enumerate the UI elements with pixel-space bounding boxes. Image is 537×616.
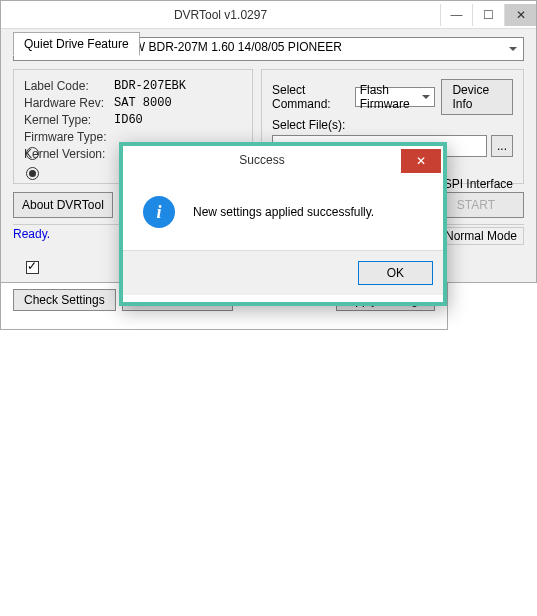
- main-titlebar: DVRTool v1.0297 — ☐ ✕: [1, 1, 536, 29]
- mode-text: Normal Mode: [438, 227, 524, 245]
- maximize-icon[interactable]: ☐: [472, 4, 504, 26]
- window-title: DVRTool v1.0297: [1, 8, 440, 22]
- label-code-value: BDR-207EBK: [114, 79, 186, 93]
- tab-quiet-drive[interactable]: Quiet Drive Feature: [13, 32, 140, 56]
- kernel-type-label: Kernel Type:: [24, 113, 114, 127]
- select-cmd-label: Select Command:: [272, 83, 351, 111]
- command-select[interactable]: Flash Firmware: [355, 87, 435, 107]
- close-icon[interactable]: ✕: [504, 4, 536, 26]
- label-code-label: Label Code:: [24, 79, 114, 93]
- browse-button[interactable]: ...: [491, 135, 513, 157]
- success-dialog: Success ✕ i New settings applied success…: [119, 142, 447, 306]
- minimize-icon[interactable]: —: [440, 4, 472, 26]
- dialog-titlebar: Success ✕: [123, 146, 443, 174]
- kernel-type-value: ID60: [114, 113, 143, 127]
- device-info-button[interactable]: Device Info: [441, 79, 513, 115]
- checkbox-icon: [26, 261, 39, 274]
- hw-rev-label: Hardware Rev:: [24, 96, 114, 110]
- dialog-close-icon[interactable]: ✕: [401, 149, 441, 173]
- dialog-message: New settings applied successfully.: [193, 205, 374, 219]
- aspi-label: ASPI Interface: [436, 177, 513, 191]
- about-button[interactable]: About DVRTool: [13, 192, 113, 218]
- fw-type-label: Firmware Type:: [24, 130, 114, 144]
- info-icon: i: [143, 196, 175, 228]
- ok-button[interactable]: OK: [358, 261, 433, 285]
- dialog-title: Success: [123, 153, 401, 167]
- check-settings-button[interactable]: Check Settings: [13, 289, 116, 311]
- select-files-label: Select File(s):: [272, 118, 345, 132]
- hw-rev-value: SAT 8000: [114, 96, 172, 110]
